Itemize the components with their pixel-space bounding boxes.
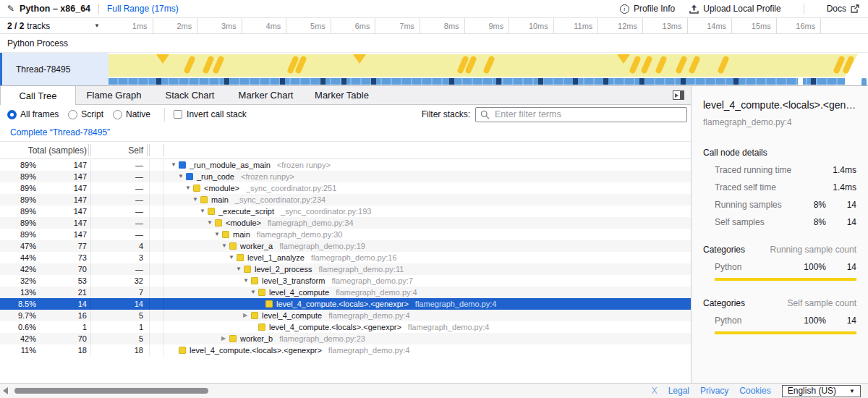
expand-open-icon[interactable]: ▼	[221, 243, 229, 249]
call-tree-row[interactable]: 9.7%165▶level_4_computeflamegraph_demo.p…	[0, 310, 691, 321]
horizontal-scrollbar-thumb[interactable]	[14, 388, 208, 394]
call-tree-row[interactable]: 44%733▼level_1_analyzeflamegraph_demo.py…	[0, 252, 691, 263]
expand-collapsed-icon[interactable]: ▶	[243, 313, 251, 318]
row-self-samples: 14	[90, 300, 149, 308]
row-frame: ▼_run_module_as_main<frozen runpy>	[163, 161, 691, 169]
language-select[interactable]: English (US) ▼	[782, 385, 861, 397]
expand-open-icon[interactable]: ▼	[192, 197, 200, 203]
call-tree-row[interactable]: 0.6%11level_4_compute.<locals>.<genexpr>…	[0, 321, 691, 333]
radio-label: Script	[81, 109, 103, 119]
profile-info-button[interactable]: i Profile Info	[620, 4, 675, 14]
breadcrumb-root-link[interactable]: Complete “Thread-78495”	[10, 127, 110, 137]
tracks-scrollbar-thumb[interactable]	[861, 78, 867, 85]
call-tree-row[interactable]: 89%147—▼<module>flamegraph_demo.py:34	[0, 217, 691, 229]
call-tree-row[interactable]: 13%217▼level_4_computeflamegraph_demo.py…	[0, 287, 691, 298]
file-location: flamegraph_demo.py:11	[319, 265, 404, 274]
expand-open-icon[interactable]: ▼	[171, 162, 179, 168]
detail-label: Self samples	[715, 217, 797, 227]
yellow-frame-icon	[251, 277, 258, 284]
footer-link-legal[interactable]: Legal	[668, 386, 689, 396]
row-total-samples: 70	[36, 334, 90, 343]
function-name: worker_a	[240, 242, 273, 250]
file-location: flamegraph_demo.py:4	[336, 288, 417, 297]
footer-link-x[interactable]: X	[652, 386, 658, 396]
category-count-label: Self sample count	[788, 298, 856, 308]
category-row: Python100%14	[703, 316, 856, 326]
expand-open-icon[interactable]: ▼	[229, 255, 237, 261]
sidebar-toggle-button[interactable]	[673, 90, 693, 100]
upload-icon	[689, 4, 699, 14]
footer-link-cookies[interactable]: Cookies	[739, 386, 770, 396]
tab-marker-table[interactable]: Marker Table	[304, 86, 380, 104]
column-header-total[interactable]: Total (samples)	[0, 142, 87, 159]
tracks-dropdown[interactable]: 2 / 2 tracks ▼	[0, 18, 109, 33]
call-tree-row[interactable]: 42%70—▼level_2_processflamegraph_demo.py…	[0, 263, 691, 275]
expand-open-icon[interactable]: ▼	[236, 266, 244, 272]
marker-triangle-icon[interactable]	[617, 54, 630, 64]
call-tree-row[interactable]: 89%147—▼_run_code<frozen runpy>	[0, 171, 691, 182]
thread-track-canvas[interactable]	[109, 53, 868, 85]
expand-collapsed-icon[interactable]: ▶	[221, 336, 229, 342]
row-frame: level_4_compute.<locals>.<genexpr>flameg…	[163, 346, 691, 355]
row-frame: level_4_compute.<locals>.<genexpr>flameg…	[163, 300, 691, 308]
category-breakdowns: CategoriesRunning sample countPython100%…	[703, 245, 856, 334]
expand-open-icon[interactable]: ▼	[243, 278, 251, 284]
sample-segment-dark	[280, 78, 285, 85]
tab-call-tree[interactable]: Call Tree	[0, 86, 76, 105]
call-tree-row[interactable]: 89%147—▼main_sync_coordinator.py:234	[0, 194, 691, 206]
row-total-samples: 147	[36, 207, 90, 216]
marker-triangle-icon[interactable]	[353, 54, 366, 64]
expand-open-icon[interactable]: ▼	[178, 174, 186, 179]
invert-checkbox[interactable]	[174, 110, 182, 119]
marker-triangle-icon[interactable]	[156, 54, 169, 64]
call-tree-row[interactable]: 11%1818level_4_compute.<locals>.<genexpr…	[0, 344, 691, 356]
call-tree-row[interactable]: 42%705▶worker_bflamegraph_demo.py:23	[0, 333, 691, 344]
category-value: 14	[826, 262, 856, 272]
edit-pencil-icon[interactable]: ✎	[7, 4, 14, 14]
call-tree-row[interactable]: 47%774▼worker_aflamegraph_demo.py:19	[0, 240, 691, 252]
call-tree-row[interactable]: 8.5%1414level_4_compute.<locals>.<genexp…	[0, 298, 691, 310]
radio-all-frames[interactable]: All frames	[7, 109, 59, 119]
expand-open-icon[interactable]: ▼	[185, 185, 193, 191]
radio-native[interactable]: Native	[113, 109, 150, 119]
scroll-left-arrow-icon[interactable]	[3, 387, 8, 394]
function-name: _run_code	[197, 172, 234, 181]
invert-call-stack-toggle[interactable]: Invert call stack	[174, 109, 247, 119]
tab-marker-chart[interactable]: Marker Chart	[228, 86, 304, 104]
call-tree-row[interactable]: 89%147—▼_execute_script_sync_coordinator…	[0, 206, 691, 217]
indent-spacer	[165, 223, 207, 224]
sample-segment-dark	[681, 78, 686, 85]
tab-flame-graph[interactable]: Flame Graph	[76, 86, 152, 104]
filter-stacks-input[interactable]	[475, 107, 687, 122]
detail-label: Running samples	[715, 200, 797, 210]
expand-open-icon[interactable]: ▼	[214, 232, 222, 237]
external-link-icon	[851, 4, 859, 13]
blue-frame-icon	[179, 161, 186, 169]
category-header: CategoriesSelf sample count	[703, 298, 856, 308]
call-node-details-header: Call node details	[703, 148, 856, 158]
column-header-self[interactable]: Self	[90, 142, 143, 159]
upload-profile-button[interactable]: Upload Local Profile	[689, 4, 780, 14]
call-tree-row[interactable]: 89%147—▼_run_module_as_main<frozen runpy…	[0, 159, 691, 171]
file-location: flamegraph_demo.py:7	[331, 276, 413, 285]
expand-open-icon[interactable]: ▼	[200, 208, 208, 214]
function-name: level_1_analyze	[247, 253, 305, 262]
thread-track-label[interactable]: Thread-78495	[0, 53, 109, 85]
full-range-link[interactable]: Full Range (17ms)	[107, 4, 179, 14]
detail-value: 14	[826, 200, 856, 210]
call-tree-row[interactable]: 89%147—▼<module>_sync_coordinator.py:251	[0, 182, 691, 194]
call-tree-row[interactable]: 89%147—▼mainflamegraph_demo.py:30	[0, 229, 691, 240]
docs-button[interactable]: Docs	[827, 4, 859, 14]
tab-stack-chart[interactable]: Stack Chart	[152, 86, 228, 104]
process-track-header[interactable]: Python Process	[0, 34, 868, 53]
radio-dot	[10, 113, 14, 117]
call-tree-row[interactable]: 32%5332▼level_3_transformflamegraph_demo…	[0, 275, 691, 287]
expand-open-icon[interactable]: ▼	[207, 220, 215, 226]
radio-script[interactable]: Script	[68, 109, 103, 119]
expand-open-icon[interactable]: ▼	[250, 289, 258, 295]
ruler-tick: 10ms	[509, 18, 554, 33]
yellow-frame-icon	[237, 254, 244, 261]
row-frame: ▼mainflamegraph_demo.py:30	[163, 230, 691, 239]
footer-link-privacy[interactable]: Privacy	[700, 386, 728, 396]
radio-label: Native	[126, 109, 150, 119]
